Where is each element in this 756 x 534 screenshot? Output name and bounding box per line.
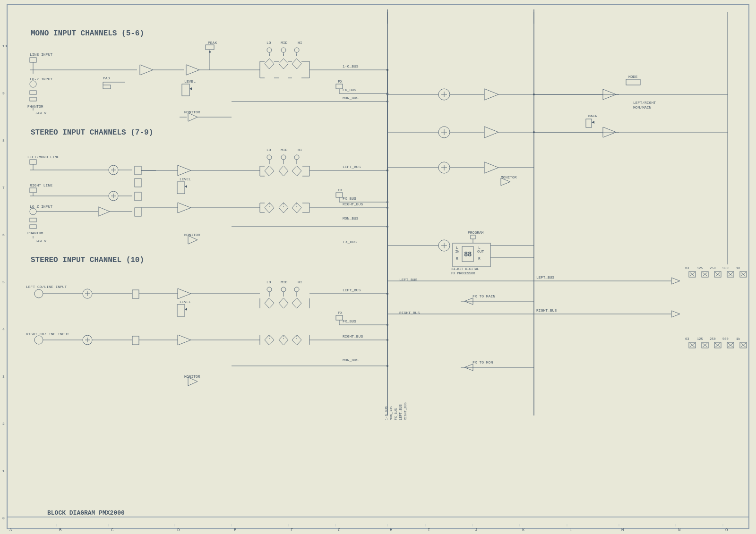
schematic-canvas	[0, 0, 756, 534]
diagram-container	[0, 0, 756, 534]
